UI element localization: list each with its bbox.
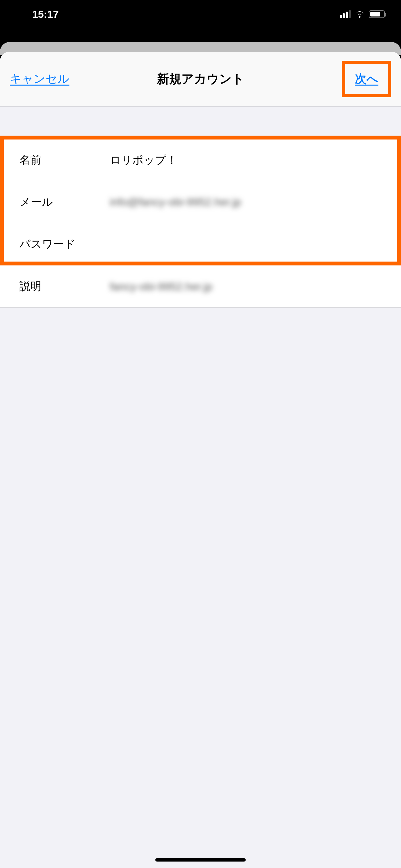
description-row: 説明 bbox=[0, 266, 401, 307]
name-label: 名前 bbox=[19, 153, 110, 167]
account-form-group: 名前 メール パスワード bbox=[0, 139, 401, 266]
status-indicators bbox=[340, 8, 385, 20]
cellular-signal-icon bbox=[340, 10, 351, 18]
description-field[interactable] bbox=[110, 280, 388, 293]
modal-sheet: キャンセル 新規アカウント 次へ 名前 メール bbox=[0, 52, 401, 868]
next-button[interactable]: 次へ bbox=[345, 64, 388, 94]
name-row: 名前 bbox=[0, 139, 401, 181]
status-time: 15:17 bbox=[32, 8, 59, 20]
mail-field[interactable] bbox=[110, 196, 388, 208]
description-form-group: 説明 bbox=[0, 266, 401, 308]
password-label: パスワード bbox=[19, 237, 110, 252]
page-title: 新規アカウント bbox=[157, 71, 244, 87]
wifi-icon bbox=[354, 8, 365, 20]
status-bar: 15:17 bbox=[0, 0, 401, 28]
name-field[interactable] bbox=[110, 154, 388, 166]
description-label: 説明 bbox=[19, 279, 110, 294]
home-indicator[interactable] bbox=[155, 858, 246, 862]
mail-label: メール bbox=[19, 195, 110, 210]
password-row: パスワード bbox=[0, 223, 401, 265]
battery-icon bbox=[369, 10, 385, 18]
password-field[interactable] bbox=[110, 238, 388, 251]
form-content: 名前 メール パスワード 説明 bbox=[0, 106, 401, 868]
navigation-bar: キャンセル 新規アカウント 次へ bbox=[0, 52, 401, 106]
mail-row: メール bbox=[0, 181, 401, 223]
